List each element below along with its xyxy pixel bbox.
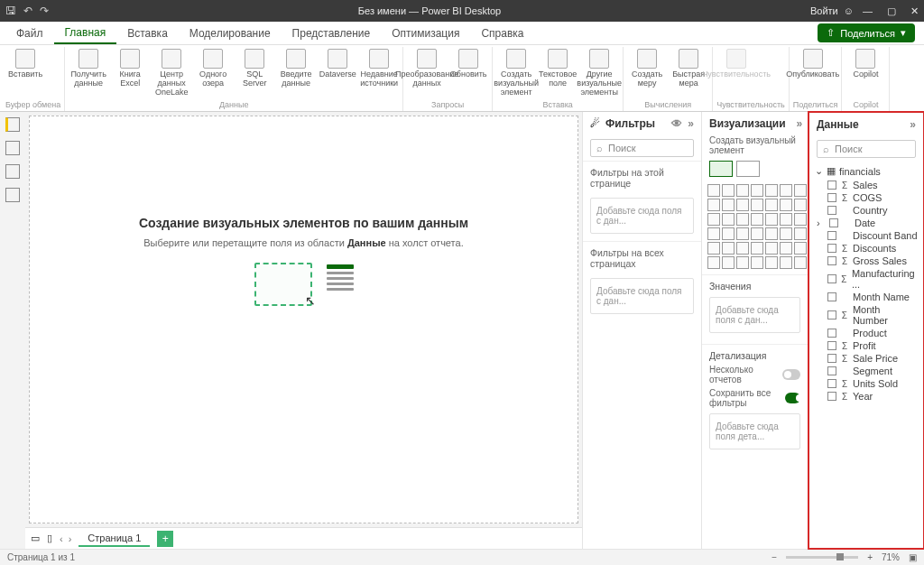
viz-type-icon[interactable] bbox=[736, 184, 749, 197]
tab-optimize[interactable]: Оптимизация bbox=[381, 22, 470, 44]
undo-icon[interactable]: ↶ bbox=[23, 5, 32, 17]
tab-modeling[interactable]: Моделирование bbox=[179, 22, 282, 44]
ribbon-button[interactable]: Книга Excel bbox=[110, 49, 150, 88]
viz-type-icon[interactable] bbox=[751, 256, 763, 269]
viz-type-icon[interactable] bbox=[780, 199, 792, 211]
viz-type-icon[interactable] bbox=[707, 242, 720, 255]
viz-type-icon[interactable] bbox=[751, 213, 763, 226]
viz-type-icon[interactable] bbox=[751, 227, 763, 240]
viz-type-icon[interactable] bbox=[765, 213, 778, 226]
zoom-out-icon[interactable]: − bbox=[772, 552, 777, 562]
viz-type-icon[interactable] bbox=[751, 184, 763, 197]
viz-type-icon[interactable] bbox=[707, 184, 720, 197]
viz-type-icon[interactable] bbox=[751, 242, 763, 255]
field-item[interactable]: Segment bbox=[815, 365, 918, 377]
filters-search[interactable]: ⌕ Поиск bbox=[590, 139, 694, 157]
ribbon-button[interactable]: Другие визуальные элементы bbox=[579, 49, 619, 97]
data-search[interactable]: ⌕ Поиск bbox=[817, 140, 916, 158]
collapse-icon[interactable]: » bbox=[688, 117, 694, 130]
viz-type-icon[interactable] bbox=[780, 242, 792, 255]
viz-type-icon[interactable] bbox=[736, 256, 749, 269]
table-view-icon[interactable] bbox=[5, 141, 20, 155]
viz-type-icon[interactable] bbox=[707, 199, 720, 211]
viz-type-icon[interactable] bbox=[765, 256, 778, 269]
tab-help[interactable]: Справка bbox=[470, 22, 534, 44]
field-item[interactable]: ΣProfit bbox=[815, 339, 918, 352]
field-item[interactable]: ΣSale Price bbox=[815, 352, 918, 365]
field-item[interactable]: ΣGross Sales bbox=[815, 255, 918, 267]
field-item[interactable]: ›Date bbox=[815, 217, 918, 229]
ribbon-button[interactable]: Центр данных OneLake bbox=[152, 49, 191, 97]
mobile-layout-icon[interactable]: ▯ bbox=[47, 533, 52, 544]
field-item[interactable]: ΣDiscounts bbox=[815, 242, 918, 255]
viz-type-icon[interactable] bbox=[765, 227, 778, 240]
page-tab[interactable]: Страница 1 bbox=[79, 531, 150, 547]
zoom-slider[interactable] bbox=[786, 556, 858, 559]
field-item[interactable]: ΣYear bbox=[815, 390, 918, 403]
minimize-icon[interactable]: — bbox=[863, 5, 873, 17]
save-icon[interactable]: 🖫 bbox=[5, 5, 16, 17]
viz-type-icon[interactable] bbox=[722, 213, 735, 226]
maximize-icon[interactable]: ▢ bbox=[887, 5, 896, 17]
viz-type-icon[interactable] bbox=[736, 213, 749, 226]
dax-view-icon[interactable] bbox=[5, 188, 20, 202]
ribbon-button[interactable]: Быстрая мера bbox=[669, 49, 708, 88]
ribbon-button[interactable]: Текстовое поле bbox=[538, 49, 578, 88]
viz-type-icon[interactable] bbox=[736, 199, 749, 211]
filters-page-drop[interactable]: Добавьте сюда поля с дан... bbox=[590, 198, 694, 234]
collapse-icon[interactable]: » bbox=[797, 117, 803, 130]
viz-type-icon[interactable] bbox=[707, 256, 720, 269]
viz-type-icon[interactable] bbox=[722, 227, 735, 240]
ribbon-button[interactable]: Одного озера bbox=[193, 49, 233, 88]
viz-type-icon[interactable] bbox=[707, 227, 720, 240]
viz-type-icon[interactable] bbox=[794, 184, 807, 197]
field-item[interactable]: Month Name bbox=[815, 291, 918, 303]
viz-type-icon[interactable] bbox=[765, 184, 778, 197]
tab-file[interactable]: Файл bbox=[5, 22, 54, 44]
viz-type-icon[interactable] bbox=[780, 184, 792, 197]
viz-type-icon[interactable] bbox=[722, 256, 735, 269]
viz-type-icon[interactable] bbox=[765, 242, 778, 255]
report-canvas[interactable]: Создание визуальных элементов по вашим д… bbox=[29, 116, 578, 523]
field-item[interactable]: Σ Sales bbox=[815, 179, 918, 191]
viz-type-icon[interactable] bbox=[722, 199, 735, 211]
model-view-icon[interactable] bbox=[5, 164, 20, 179]
viz-type-icon[interactable] bbox=[780, 213, 792, 226]
ribbon-button[interactable]: Вставить bbox=[5, 49, 45, 79]
ribbon-button[interactable]: Недавние источники bbox=[359, 49, 399, 88]
tab-insert[interactable]: Вставка bbox=[116, 22, 179, 44]
format-visual-icon[interactable] bbox=[736, 161, 760, 177]
ribbon-button[interactable]: Введите данные bbox=[276, 49, 316, 88]
viz-type-icon[interactable] bbox=[736, 242, 749, 255]
viz-type-icon[interactable] bbox=[794, 213, 807, 226]
drill-drop[interactable]: Добавьте сюда поля дета... bbox=[709, 413, 800, 449]
report-view-icon[interactable] bbox=[5, 117, 20, 132]
tab-view[interactable]: Представление bbox=[282, 22, 382, 44]
ribbon-button[interactable]: Создать визуальный элемент bbox=[496, 49, 536, 97]
filters-all-drop[interactable]: Добавьте сюда поля с дан... bbox=[590, 278, 694, 314]
redo-icon[interactable]: ↷ bbox=[40, 5, 49, 17]
collapse-icon[interactable]: » bbox=[910, 118, 916, 131]
eye-icon[interactable]: 👁 bbox=[671, 117, 682, 130]
desktop-layout-icon[interactable]: ▭ bbox=[31, 533, 40, 544]
build-visual-icon[interactable] bbox=[709, 161, 733, 177]
ribbon-button[interactable]: Dataverse bbox=[318, 49, 357, 79]
viz-type-icon[interactable] bbox=[722, 242, 735, 255]
ribbon-button[interactable]: Обновить bbox=[448, 49, 488, 79]
field-item[interactable]: Country bbox=[815, 204, 918, 217]
ribbon-button[interactable]: Чувствительность bbox=[716, 49, 756, 79]
ribbon-button[interactable]: Преобразование данных bbox=[407, 49, 447, 88]
field-item[interactable]: ΣUnits Sold bbox=[815, 377, 918, 390]
login-button[interactable]: Войти ☺ bbox=[810, 5, 854, 16]
share-button[interactable]: ⇧ Поделиться ▾ bbox=[818, 23, 915, 42]
tab-home[interactable]: Главная bbox=[54, 22, 117, 44]
fit-page-icon[interactable]: ▣ bbox=[909, 552, 917, 562]
viz-type-icon[interactable] bbox=[780, 227, 792, 240]
multi-report-toggle[interactable] bbox=[782, 369, 800, 380]
viz-type-icon[interactable] bbox=[751, 199, 763, 211]
ribbon-button[interactable]: Создать меру bbox=[627, 49, 667, 88]
values-drop[interactable]: Добавьте сюда поля с дан... bbox=[709, 297, 800, 333]
viz-type-icon[interactable] bbox=[707, 213, 720, 226]
viz-type-icon[interactable] bbox=[722, 184, 735, 197]
table-node[interactable]: ⌄ ▦ financials bbox=[815, 163, 918, 179]
